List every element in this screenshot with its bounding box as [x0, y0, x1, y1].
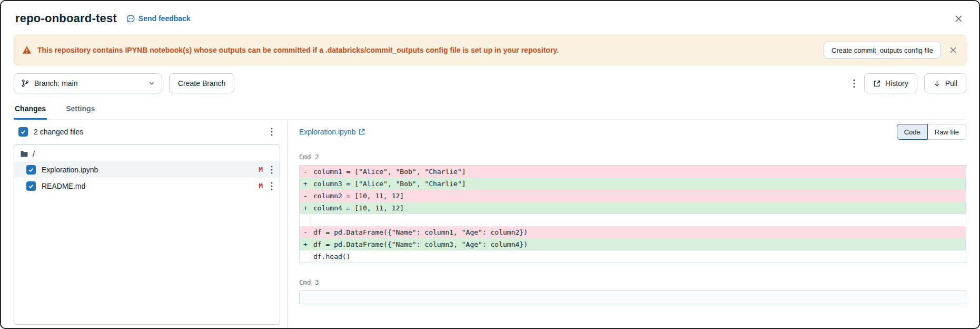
file-row[interactable]: Exploration.ipynb M — [14, 161, 280, 178]
diff-line-context: df.head() — [300, 250, 966, 263]
kebab-icon — [271, 128, 273, 136]
create-commit-outputs-button[interactable]: Create commit_outputs config file — [824, 42, 941, 59]
notebook-cell-diff: Cmd 2 -column1 = ["Alice", "Bob", "Charl… — [299, 153, 966, 263]
changed-files-kebab-menu[interactable] — [269, 125, 275, 138]
git-toolbar: Branch: main Create Branch History — [14, 73, 966, 93]
diff-line-added: +df = pd.DataFrame({"Name": column3, "Ag… — [300, 238, 966, 250]
view-mode-toggle: Code Raw file — [897, 124, 966, 140]
close-icon — [949, 46, 957, 54]
diff-box: -column1 = ["Alice", "Bob", "Charlie"]+c… — [299, 165, 966, 263]
diff-panel: Exploration.ipynb Code Raw file Cmd 2 -c… — [288, 120, 979, 328]
warning-message: This repository contains IPYNB notebook(… — [37, 46, 818, 54]
dialog-header: repo-onboard-test Send feedback — [1, 1, 979, 30]
diff-file-title: Exploration.ipynb — [299, 128, 355, 136]
file-tree: / Exploration.ipynb M README.md M — [14, 144, 280, 325]
tab-changes[interactable]: Changes — [14, 102, 47, 120]
send-feedback-label: Send feedback — [138, 14, 191, 23]
kebab-icon — [853, 79, 855, 88]
folder-icon — [20, 150, 28, 158]
branch-selector[interactable]: Branch: main — [14, 73, 162, 93]
history-button[interactable]: History — [864, 73, 917, 93]
diff-line-sign: + — [300, 238, 311, 250]
diff-line-code: column4 = [10, 11, 12] — [311, 202, 404, 214]
diff-header: Exploration.ipynb Code Raw file — [299, 122, 966, 142]
file-row[interactable]: README.md M — [14, 178, 280, 194]
toolbar-kebab-menu[interactable] — [851, 77, 857, 90]
kebab-icon — [271, 182, 273, 190]
changed-files-panel: 2 changed files / Exploration.ipynb — [1, 120, 287, 328]
diff-line-added: +column3 = ["Alice", "Bob", "Charlie"] — [300, 178, 966, 190]
diff-line-code: df = pd.DataFrame({"Name": column1, "Age… — [311, 226, 528, 238]
diff-line-sign: - — [300, 226, 311, 238]
diff-line-sign: + — [300, 178, 311, 190]
diff-line-sign: - — [300, 166, 311, 178]
diff-line-code: column3 = ["Alice", "Bob", "Charlie"] — [311, 178, 466, 190]
file-kebab-menu[interactable] — [269, 180, 275, 192]
arrow-down-icon — [933, 80, 941, 88]
diff-box — [299, 291, 966, 304]
close-icon — [954, 14, 963, 23]
external-link-icon — [358, 128, 365, 136]
page-title: repo-onboard-test — [15, 12, 117, 25]
diff-line-added: +column4 = [10, 11, 12] — [300, 202, 966, 214]
git-branch-icon — [21, 79, 29, 88]
notebook-diff: Cmd 2 -column1 = ["Alice", "Bob", "Charl… — [299, 153, 966, 304]
diff-line-sign: - — [300, 190, 311, 202]
diff-line-removed: -column1 = ["Alice", "Bob", "Charlie"] — [300, 166, 966, 178]
diff-line-sign — [300, 250, 311, 263]
view-toggle-raw-file[interactable]: Raw file — [928, 124, 966, 140]
diff-line-code: column1 = ["Alice", "Bob", "Charlie"] — [311, 166, 466, 178]
warning-icon — [22, 45, 32, 55]
changed-files-header: 2 changed files — [14, 122, 280, 142]
kebab-icon — [271, 166, 273, 174]
select-all-checkbox[interactable] — [18, 127, 28, 137]
cmd-label: Cmd 2 — [299, 153, 966, 161]
changed-files-summary: 2 changed files — [34, 128, 83, 136]
file-name: Exploration.ipynb — [42, 166, 253, 174]
diff-line-code: column2 = [10, 11, 12] — [311, 190, 404, 202]
main-content: 2 changed files / Exploration.ipynb — [1, 120, 979, 328]
pull-button[interactable]: Pull — [924, 73, 966, 93]
repo-dialog: repo-onboard-test Send feedback — [0, 0, 980, 329]
diff-line-sign — [300, 214, 311, 226]
pull-label: Pull — [945, 79, 957, 88]
status-badge: M — [259, 166, 263, 173]
notebook-cell-diff: Cmd 3 — [299, 278, 966, 304]
dialog-close-button[interactable] — [952, 12, 965, 25]
diff-line-code — [311, 214, 313, 226]
file-checkbox[interactable] — [26, 165, 36, 175]
file-kebab-menu[interactable] — [269, 163, 275, 176]
diff-line-removed: -df = pd.DataFrame({"Name": column1, "Ag… — [300, 226, 966, 238]
file-name: README.md — [42, 182, 253, 190]
cmd-label: Cmd 3 — [299, 278, 966, 286]
file-tree-root[interactable]: / — [14, 145, 280, 161]
ipynb-warning-banner: This repository contains IPYNB notebook(… — [14, 35, 966, 65]
view-toggle-code[interactable]: Code — [897, 124, 928, 140]
tab-bar: Changes Settings — [14, 102, 966, 120]
external-link-icon — [873, 80, 881, 88]
diff-line-code: df.head() — [311, 250, 350, 263]
chevron-down-icon — [149, 80, 155, 86]
create-branch-button[interactable]: Create Branch — [169, 73, 234, 93]
branch-selector-label: Branch: main — [34, 79, 77, 88]
file-list: Exploration.ipynb M README.md M — [14, 161, 280, 194]
diff-line-sign: + — [300, 202, 311, 214]
tab-settings[interactable]: Settings — [65, 102, 96, 120]
status-badge: M — [259, 182, 263, 190]
diff-line-context — [300, 214, 966, 226]
diff-line-removed: -column2 = [10, 11, 12] — [300, 190, 966, 202]
feedback-bubble-icon — [126, 14, 135, 23]
file-checkbox[interactable] — [26, 181, 36, 191]
diff-line-code: df = pd.DataFrame({"Name": column3, "Age… — [311, 238, 528, 250]
send-feedback-link[interactable]: Send feedback — [126, 14, 191, 23]
diff-file-link[interactable]: Exploration.ipynb — [299, 128, 365, 136]
banner-dismiss-button[interactable] — [947, 44, 959, 56]
root-path-label: / — [33, 150, 35, 158]
history-label: History — [885, 79, 908, 88]
